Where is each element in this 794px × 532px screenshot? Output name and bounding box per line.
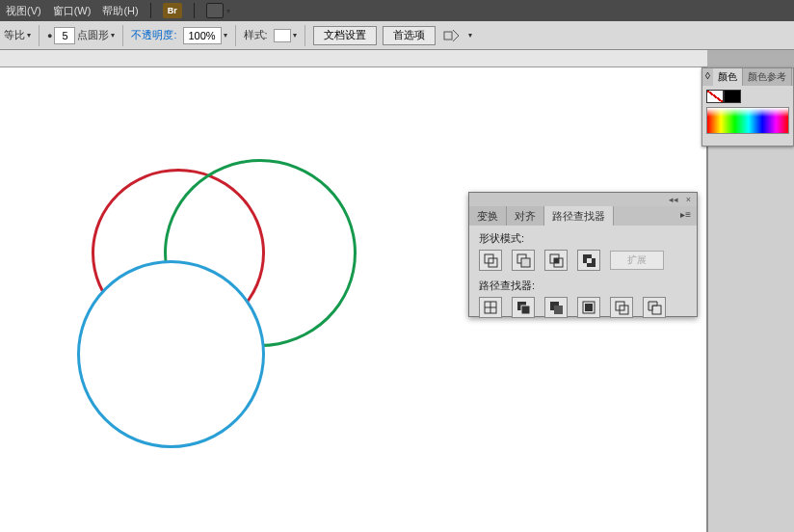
intersect-button[interactable] (544, 250, 568, 271)
svg-rect-18 (585, 304, 593, 311)
fill-none-swatch[interactable] (706, 90, 724, 103)
minus-back-button[interactable] (643, 297, 666, 318)
svg-rect-10 (587, 258, 592, 263)
ruler-horizontal (0, 50, 707, 67)
menu-window[interactable]: 窗口(W) (53, 4, 92, 18)
svg-rect-7 (554, 258, 559, 263)
opacity-input[interactable] (183, 27, 222, 44)
menu-view[interactable]: 视图(V) (6, 4, 41, 18)
style-swatch (274, 29, 291, 42)
stroke-style-label: 点圆形 (77, 28, 109, 42)
svg-rect-4 (521, 258, 530, 267)
chevron-down-icon: ▾ (293, 31, 297, 40)
bullet-icon: ● (47, 31, 52, 40)
pathfinders-row (479, 297, 687, 318)
right-dock (707, 100, 794, 532)
shape-modes-row: 扩展 (479, 250, 687, 271)
divider (122, 25, 123, 46)
trim-button[interactable] (512, 297, 535, 318)
chevron-down-icon: ▾ (111, 31, 115, 40)
style-label: 样式: (244, 28, 268, 42)
panel-menu-icon[interactable]: ▸≡ (675, 206, 697, 226)
chevron-down-icon: ▾ (468, 31, 472, 40)
stroke-width-field[interactable]: ● 点圆形 ▾ (47, 27, 115, 44)
svg-rect-15 (521, 306, 530, 314)
tab-color-guide[interactable]: 颜色参考 (743, 68, 792, 86)
scale-label: 等比 (4, 28, 25, 42)
tab-color[interactable]: 颜色 (713, 68, 743, 86)
pathfinder-panel[interactable]: ◂◂ × 变换 对齐 路径查找器 ▸≡ 形状模式: 扩展 路径查找器: (468, 192, 698, 317)
pathfinder-body: 形状模式: 扩展 路径查找器: (469, 226, 697, 332)
divide-button[interactable] (479, 297, 502, 318)
svg-rect-0 (444, 32, 452, 40)
document-setup-button[interactable]: 文档设置 (313, 26, 377, 45)
style-dropdown[interactable]: ▾ (274, 29, 297, 42)
divider (39, 25, 40, 46)
tab-align[interactable]: 对齐 (507, 206, 544, 226)
pathfinder-tabs: 变换 对齐 路径查找器 ▸≡ (469, 206, 697, 226)
scale-dropdown[interactable]: 等比 ▾ (4, 28, 31, 42)
tab-transform[interactable]: 变换 (469, 206, 507, 226)
chevron-down-icon: ▾ (27, 31, 31, 40)
menu-separator (194, 3, 195, 18)
fill-stroke-swatches[interactable] (706, 90, 789, 103)
menu-help[interactable]: 帮助(H) (102, 4, 138, 18)
bridge-icon[interactable]: Br (163, 3, 182, 18)
divider (304, 25, 305, 46)
divider (235, 25, 236, 46)
blue-circle-shape[interactable] (77, 260, 265, 448)
menu-separator (150, 3, 151, 18)
opacity-label[interactable]: 不透明度: (131, 28, 176, 42)
svg-rect-22 (652, 306, 661, 314)
misc-tool-icon[interactable] (441, 27, 463, 44)
stroke-black-swatch[interactable] (724, 90, 741, 103)
preferences-button[interactable]: 首选项 (383, 26, 436, 45)
chevron-down-icon: ▾ (224, 31, 227, 40)
layout-icon[interactable]: ▾ (206, 3, 224, 18)
panel-expand-icon[interactable]: ◊ (702, 68, 713, 86)
color-panel-tabs: ◊ 颜色 颜色参考 (702, 68, 793, 86)
panel-titlebar[interactable]: ◂◂ × (469, 193, 697, 206)
color-panel[interactable]: ◊ 颜色 颜色参考 (701, 67, 794, 146)
merge-button[interactable] (544, 297, 568, 318)
crop-button[interactable] (577, 297, 600, 318)
tab-pathfinder[interactable]: 路径查找器 (544, 206, 614, 226)
unite-button[interactable] (479, 250, 502, 271)
minus-front-button[interactable] (512, 250, 535, 271)
expand-button[interactable]: 扩展 (610, 251, 664, 270)
opacity-field[interactable]: ▾ (183, 27, 227, 44)
pathfinders-label: 路径查找器: (479, 279, 687, 293)
shape-modes-label: 形状模式: (479, 231, 687, 246)
chevron-down-icon: ▾ (226, 7, 230, 15)
stroke-width-input[interactable] (54, 27, 75, 44)
svg-rect-17 (554, 306, 563, 314)
color-panel-body (702, 86, 793, 138)
color-spectrum[interactable] (706, 107, 789, 134)
menubar: 视图(V) 窗口(W) 帮助(H) Br ▾ (0, 0, 794, 21)
outline-button[interactable] (610, 297, 633, 318)
options-bar: 等比 ▾ ● 点圆形 ▾ 不透明度: ▾ 样式: ▾ 文档设置 首选项 ▾ (0, 21, 794, 50)
panel-collapse-icon[interactable]: ◂◂ (669, 195, 678, 204)
exclude-button[interactable] (577, 250, 600, 271)
panel-close-icon[interactable]: × (686, 195, 691, 204)
